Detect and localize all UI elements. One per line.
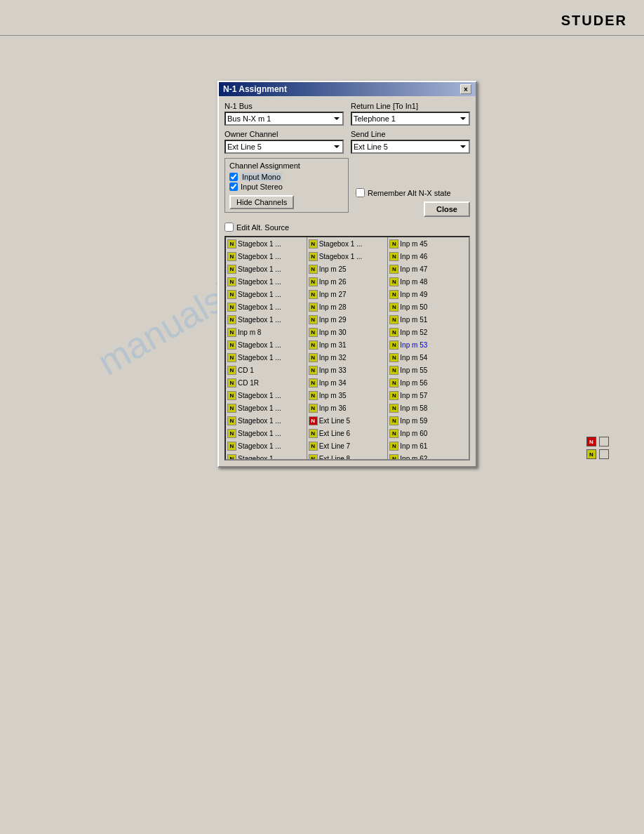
n-badge[interactable]: N <box>309 416 318 425</box>
n-badge[interactable]: N <box>389 252 398 261</box>
n-badge[interactable]: N <box>309 442 318 451</box>
list-item[interactable]: NExt Line 7 <box>307 439 388 452</box>
n-badge[interactable]: N <box>309 252 318 261</box>
list-item[interactable]: NInp m 34 <box>307 376 388 389</box>
list-item[interactable]: NInp m 60 <box>388 427 469 439</box>
n-badge[interactable]: N <box>227 265 236 274</box>
list-item[interactable]: NStagebox 1 ... <box>226 275 307 288</box>
n-badge[interactable]: N <box>227 366 236 375</box>
n-badge[interactable]: N <box>389 290 398 299</box>
list-item[interactable]: NInp m 8 <box>226 326 307 338</box>
list-item[interactable]: NExt Line 5 <box>307 414 388 427</box>
n-badge[interactable]: N <box>309 290 318 299</box>
n-badge[interactable]: N <box>227 328 236 337</box>
n-badge[interactable]: N <box>389 328 398 337</box>
list-item[interactable]: NCD 1 <box>226 364 307 376</box>
list-item[interactable]: NInp m 57 <box>388 389 469 402</box>
list-item[interactable]: NExt Line 6 <box>307 427 388 439</box>
list-item[interactable]: NStagebox 1 ... <box>226 351 307 364</box>
n-badge[interactable]: N <box>389 353 398 362</box>
list-item[interactable]: NInp m 50 <box>388 300 469 313</box>
n-badge[interactable]: N <box>309 429 318 438</box>
list-item[interactable]: NInp m 25 <box>307 263 388 275</box>
n-badge[interactable]: N <box>227 277 236 286</box>
list-item[interactable]: NInp m 32 <box>307 351 388 364</box>
n-badge[interactable]: N <box>389 277 398 286</box>
n-badge[interactable]: N <box>389 404 398 413</box>
n-badge[interactable]: N <box>227 340 236 350</box>
list-item[interactable]: NInp m 36 <box>307 402 388 414</box>
n-badge[interactable]: N <box>309 328 318 337</box>
n-badge[interactable]: N <box>227 416 236 425</box>
n-badge[interactable]: N <box>309 454 318 461</box>
n-badge[interactable]: N <box>309 378 318 388</box>
list-item[interactable]: NInp m 46 <box>388 250 469 263</box>
input-stereo-checkbox[interactable] <box>229 183 238 191</box>
list-item[interactable]: NInp m 56 <box>388 376 469 389</box>
n-badge[interactable]: N <box>309 277 318 286</box>
n-badge[interactable]: N <box>389 416 398 425</box>
hide-channels-button[interactable]: Hide Channels <box>229 195 294 209</box>
list-item[interactable]: NInp m 28 <box>307 300 388 313</box>
dialog-close-x-button[interactable]: × <box>460 84 471 94</box>
n-badge[interactable]: N <box>309 315 318 324</box>
n-badge[interactable]: N <box>389 340 398 350</box>
n-badge[interactable]: N <box>227 353 236 362</box>
n-badge[interactable]: N <box>389 303 398 312</box>
n-badge[interactable]: N <box>309 265 318 274</box>
close-button[interactable]: Close <box>424 201 470 217</box>
list-item[interactable]: NInp m 53 <box>388 338 469 351</box>
list-item[interactable]: NInp m 52 <box>388 326 469 338</box>
n-badge[interactable]: N <box>389 378 398 388</box>
list-item[interactable]: NInp m 27 <box>307 288 388 300</box>
list-item[interactable]: NInp m 30 <box>307 326 388 338</box>
n-badge[interactable]: N <box>389 454 398 461</box>
n-badge[interactable]: N <box>389 315 398 324</box>
list-item[interactable]: NInp m 55 <box>388 364 469 376</box>
n-badge[interactable]: N <box>227 290 236 299</box>
list-item[interactable]: NStagebox 1 ... <box>226 237 307 250</box>
n-badge[interactable]: N <box>227 252 236 261</box>
list-item[interactable]: NCD 1R <box>226 376 307 389</box>
list-item[interactable]: NStagebox 1 ... <box>226 402 307 414</box>
n-badge[interactable]: N <box>389 391 398 400</box>
list-item[interactable]: NInp m 49 <box>388 288 469 300</box>
list-item[interactable]: NStagebox 1 ... <box>226 389 307 402</box>
return-line-select[interactable]: Telephone 1 <box>351 112 470 126</box>
n-bus-select[interactable]: Bus N-X m 1 <box>224 112 344 126</box>
list-item[interactable]: NInp m 31 <box>307 338 388 351</box>
remember-checkbox[interactable] <box>356 188 365 197</box>
n-badge[interactable]: N <box>227 404 236 413</box>
n-badge[interactable]: N <box>389 265 398 274</box>
list-item[interactable]: NStagebox 1 ... <box>226 263 307 275</box>
n-badge[interactable]: N <box>227 391 236 400</box>
list-item[interactable]: NStagebox 1 ... <box>307 250 388 263</box>
n-badge[interactable]: N <box>309 340 318 350</box>
list-item[interactable]: NStagebox 1 ... <box>226 313 307 326</box>
n-badge[interactable]: N <box>389 239 398 249</box>
n-badge[interactable]: N <box>389 429 398 438</box>
n-badge[interactable]: N <box>227 454 236 461</box>
list-item[interactable]: NStagebox 1 ... <box>226 250 307 263</box>
list-item[interactable]: NInp m 59 <box>388 414 469 427</box>
list-item[interactable]: NInp m 48 <box>388 275 469 288</box>
list-item[interactable]: NStagebox 1 ... <box>226 414 307 427</box>
n-badge[interactable]: N <box>309 366 318 375</box>
list-item[interactable]: NInp m 58 <box>388 402 469 414</box>
n-badge[interactable]: N <box>227 239 236 249</box>
n-badge[interactable]: N <box>227 303 236 312</box>
list-item[interactable]: NInp m 29 <box>307 313 388 326</box>
n-badge[interactable]: N <box>389 442 398 451</box>
send-line-select[interactable]: Ext Line 5 <box>351 140 470 154</box>
n-badge[interactable]: N <box>309 239 318 249</box>
list-item[interactable]: NInp m 61 <box>388 439 469 452</box>
list-item[interactable]: NStagebox 1 ... <box>226 288 307 300</box>
input-mono-checkbox[interactable] <box>229 173 238 181</box>
n-badge[interactable]: N <box>309 303 318 312</box>
list-item[interactable]: NInp m 47 <box>388 263 469 275</box>
n-badge[interactable]: N <box>227 378 236 388</box>
n-badge[interactable]: N <box>227 315 236 324</box>
list-item[interactable]: NInp m 26 <box>307 275 388 288</box>
n-badge[interactable]: N <box>309 404 318 413</box>
list-item[interactable]: NStagebox 1 ... <box>226 439 307 452</box>
